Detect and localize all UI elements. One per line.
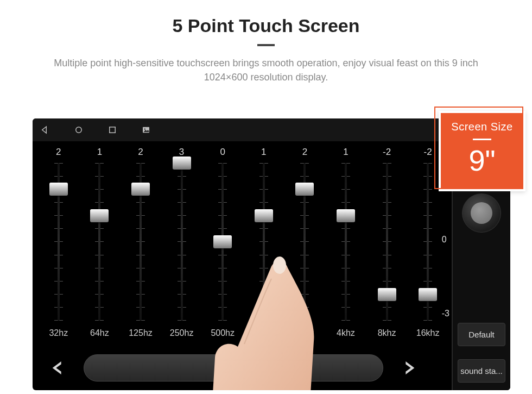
eq-band-value: 1 bbox=[261, 147, 266, 161]
eq-band: 164hz bbox=[79, 141, 121, 338]
svg-point-3 bbox=[144, 128, 145, 129]
back-icon[interactable] bbox=[40, 125, 50, 135]
eq-slider-track[interactable] bbox=[344, 163, 348, 321]
eq-sliders: 232hz164hz2125hz3250hz0500hz11khz22khz14… bbox=[33, 141, 452, 338]
eq-band: 3250hz bbox=[161, 141, 202, 338]
eq-slider-knob[interactable] bbox=[131, 183, 150, 196]
eq-band-freq: 4khz bbox=[337, 328, 355, 338]
eq-band-freq: 32hz bbox=[49, 328, 68, 338]
recents-square-icon[interactable] bbox=[107, 125, 117, 135]
eq-band-value: 2 bbox=[56, 147, 61, 161]
eq-band: 11khz bbox=[243, 141, 284, 338]
eq-slider-knob[interactable] bbox=[173, 157, 191, 170]
eq-slider-knob[interactable] bbox=[213, 235, 232, 248]
eq-slider-track[interactable] bbox=[385, 163, 389, 321]
eq-band: 22khz bbox=[284, 141, 326, 338]
eq-slider-track[interactable] bbox=[302, 163, 307, 321]
sound-stage-button[interactable]: sound sta... bbox=[458, 359, 505, 383]
eq-band-value: 1 bbox=[97, 147, 102, 161]
page-description: Multiple point high-sensitive touchscree… bbox=[43, 56, 489, 84]
badge-label: Screen Size bbox=[441, 121, 523, 133]
axis-mid: 0 bbox=[442, 235, 449, 245]
eq-slider-track[interactable] bbox=[138, 163, 143, 321]
eq-band: 14khz bbox=[325, 141, 366, 338]
knob-center bbox=[471, 202, 492, 224]
svg-rect-1 bbox=[110, 127, 116, 133]
screen-size-badge: Screen Size 9" bbox=[439, 111, 525, 191]
preset-selector: Jazz bbox=[49, 353, 418, 383]
title-underline bbox=[257, 44, 275, 46]
eq-band-value: 2 bbox=[302, 147, 307, 161]
eq-slider-track[interactable] bbox=[426, 163, 430, 321]
home-circle-icon[interactable] bbox=[74, 125, 84, 135]
page-title: 5 Point Touch Screen bbox=[0, 15, 532, 36]
gallery-icon[interactable] bbox=[141, 125, 151, 135]
eq-band: -28khz bbox=[366, 141, 408, 338]
eq-band-freq: 125hz bbox=[129, 328, 153, 338]
preset-next-arrow[interactable] bbox=[401, 359, 418, 377]
eq-band: 0500hz bbox=[202, 141, 243, 338]
badge-underline bbox=[473, 139, 491, 140]
eq-band-value: 0 bbox=[220, 147, 225, 161]
eq-slider-track[interactable] bbox=[262, 163, 266, 321]
eq-band-value: 2 bbox=[138, 147, 143, 161]
eq-slider-track[interactable] bbox=[56, 163, 61, 321]
eq-band-freq: 8khz bbox=[378, 328, 396, 338]
balance-knob[interactable] bbox=[462, 193, 501, 233]
eq-slider-track[interactable] bbox=[220, 163, 225, 321]
eq-band-value: -2 bbox=[424, 147, 432, 161]
eq-band-freq: 64hz bbox=[90, 328, 109, 338]
eq-slider-knob[interactable] bbox=[337, 209, 355, 222]
eq-band: 232hz bbox=[38, 141, 79, 338]
eq-slider-knob[interactable] bbox=[49, 183, 68, 196]
eq-band-value: 1 bbox=[343, 147, 348, 161]
eq-band-freq: 1khz bbox=[255, 328, 273, 338]
default-button[interactable]: Default bbox=[458, 323, 505, 346]
eq-slider-track[interactable] bbox=[180, 163, 184, 321]
eq-band-value: -2 bbox=[383, 147, 391, 161]
badge-value: 9" bbox=[441, 146, 523, 175]
preset-label: Jazz bbox=[221, 361, 245, 375]
eq-band-freq: 500hz bbox=[211, 328, 235, 338]
eq-slider-track[interactable] bbox=[97, 163, 102, 321]
eq-band-freq: 16khz bbox=[416, 328, 440, 338]
eq-slider-knob[interactable] bbox=[378, 288, 396, 301]
eq-band-freq: 2khz bbox=[295, 328, 314, 338]
preset-prev-arrow[interactable] bbox=[49, 359, 66, 377]
eq-slider-knob[interactable] bbox=[295, 183, 314, 196]
eq-band-freq: 250hz bbox=[170, 328, 194, 338]
eq-slider-knob[interactable] bbox=[255, 209, 273, 222]
eq-band: 2125hz bbox=[120, 141, 161, 338]
preset-name-pill[interactable]: Jazz bbox=[84, 354, 383, 382]
eq-slider-knob[interactable] bbox=[419, 288, 437, 301]
eq-slider-knob[interactable] bbox=[90, 209, 109, 222]
axis-min: -3 bbox=[442, 309, 449, 318]
svg-point-0 bbox=[76, 127, 82, 133]
